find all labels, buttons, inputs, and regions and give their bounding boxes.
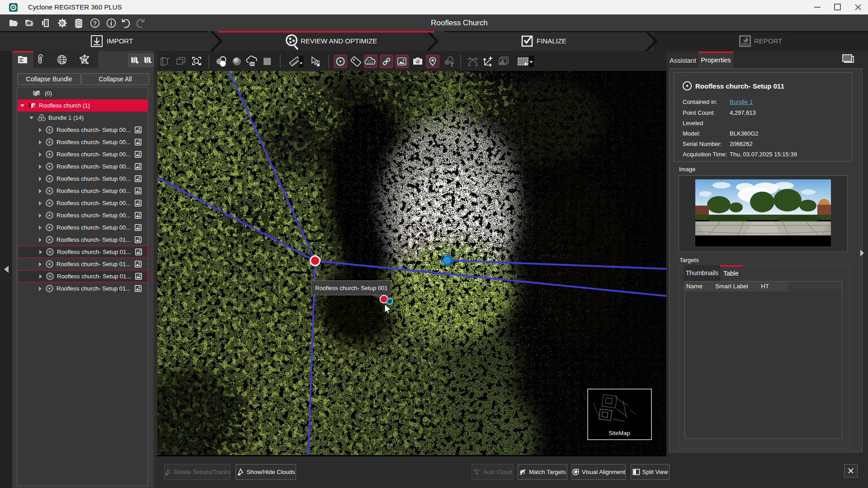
svg-text:Roofless church- Setup 001: Roofless church- Setup 001 — [315, 285, 387, 291]
svg-text:SiteMap: SiteMap — [609, 430, 630, 436]
svg-text:REVIEW AND OPTIMIZE: REVIEW AND OPTIMIZE — [301, 37, 377, 45]
svg-text:IMPORT: IMPORT — [107, 37, 133, 45]
svg-text:REPORT: REPORT — [754, 37, 782, 45]
svg-text:?: ? — [93, 20, 97, 27]
svg-text:FINALIZE: FINALIZE — [537, 37, 566, 45]
